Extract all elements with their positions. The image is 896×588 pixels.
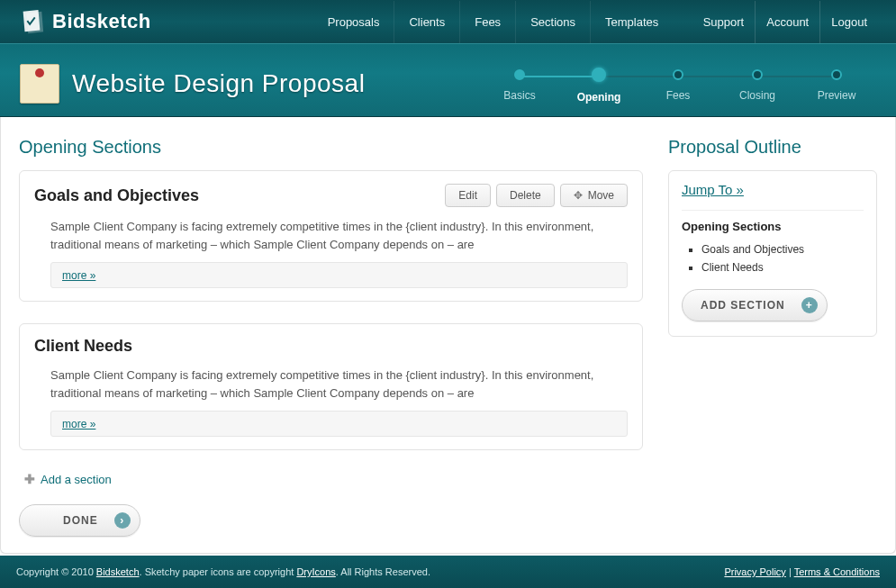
- step-fees[interactable]: Fees: [638, 69, 718, 102]
- privacy-link[interactable]: Privacy Policy: [724, 566, 785, 577]
- account-nav: Support Account Logout: [692, 1, 878, 43]
- nav-fees[interactable]: Fees: [459, 1, 515, 43]
- more-link[interactable]: more »: [62, 418, 95, 430]
- move-icon: ✥: [574, 189, 583, 202]
- section-card: Client Needs Sample Client Company is fa…: [19, 323, 643, 450]
- opening-sections-heading: Opening Sections: [19, 137, 643, 158]
- proposal-note-icon: [20, 64, 59, 104]
- sidebar-column: Proposal Outline Jump To » Opening Secti…: [668, 135, 877, 337]
- outline-item[interactable]: Client Needs: [701, 258, 864, 276]
- outline-box: Jump To » Opening Sections Goals and Obj…: [668, 170, 877, 337]
- page-header: Website Design Proposal Basics Opening F…: [0, 43, 896, 117]
- nav-proposals[interactable]: Proposals: [313, 1, 394, 43]
- logo-icon: [18, 8, 45, 35]
- outline-subheading: Opening Sections: [682, 210, 864, 233]
- main-column: Opening Sections Goals and Objectives Ed…: [19, 135, 643, 537]
- step-preview[interactable]: Preview: [797, 69, 876, 102]
- top-nav: Bidsketch Proposals Clients Fees Section…: [0, 0, 896, 43]
- outline-item[interactable]: Goals and Objectives: [701, 240, 864, 258]
- brand-name: Bidsketch: [52, 10, 151, 33]
- proposal-outline-heading: Proposal Outline: [668, 137, 877, 158]
- terms-link[interactable]: Terms & Conditions: [794, 566, 880, 577]
- section-card-body: Sample Client Company is facing extremel…: [34, 218, 628, 253]
- step-opening[interactable]: Opening: [559, 69, 638, 104]
- plus-icon: ✚: [24, 472, 35, 486]
- section-card-body: Sample Client Company is facing extremel…: [34, 366, 628, 402]
- arrow-right-icon: ›: [114, 512, 131, 529]
- delete-button[interactable]: Delete: [496, 184, 555, 207]
- nav-clients[interactable]: Clients: [394, 1, 459, 43]
- more-bar: more »: [50, 411, 628, 437]
- main-nav: Proposals Clients Fees Sections Template…: [313, 1, 674, 43]
- section-card-title: Client Needs: [34, 337, 132, 356]
- nav-support[interactable]: Support: [692, 1, 756, 43]
- plus-circle-icon: +: [801, 297, 818, 313]
- more-bar: more »: [50, 262, 628, 288]
- page-title: Website Design Proposal: [72, 69, 365, 98]
- footer-dryicons-link[interactable]: DryIcons: [296, 566, 335, 577]
- section-card: Goals and Objectives Edit Delete ✥ Move …: [19, 170, 643, 302]
- footer-copyright: Copyright © 2010: [16, 566, 96, 577]
- wizard-stepper: Basics Opening Fees Closing Preview: [480, 64, 876, 104]
- add-section-button[interactable]: ADD SECTION +: [682, 289, 828, 321]
- done-button[interactable]: DONE ›: [19, 504, 140, 537]
- more-link[interactable]: more »: [62, 269, 95, 282]
- move-button[interactable]: ✥ Move: [560, 184, 628, 207]
- edit-button[interactable]: Edit: [445, 184, 491, 207]
- footer: Copyright © 2010 Bidsketch. Sketchy pape…: [0, 556, 896, 588]
- jump-to-link[interactable]: Jump To »: [682, 182, 744, 197]
- nav-logout[interactable]: Logout: [819, 1, 878, 43]
- brand-logo[interactable]: Bidsketch: [18, 8, 151, 35]
- content-area: Opening Sections Goals and Objectives Ed…: [0, 117, 896, 554]
- step-closing[interactable]: Closing: [718, 69, 797, 102]
- nav-templates[interactable]: Templates: [590, 1, 673, 43]
- outline-list: Goals and Objectives Client Needs: [701, 240, 864, 276]
- add-section-link[interactable]: ✚ Add a section: [24, 472, 112, 486]
- section-card-title: Goals and Objectives: [34, 186, 199, 205]
- nav-account[interactable]: Account: [755, 1, 819, 43]
- nav-sections[interactable]: Sections: [515, 1, 590, 43]
- footer-brand-link[interactable]: Bidsketch: [96, 566, 140, 577]
- step-basics[interactable]: Basics: [480, 69, 559, 102]
